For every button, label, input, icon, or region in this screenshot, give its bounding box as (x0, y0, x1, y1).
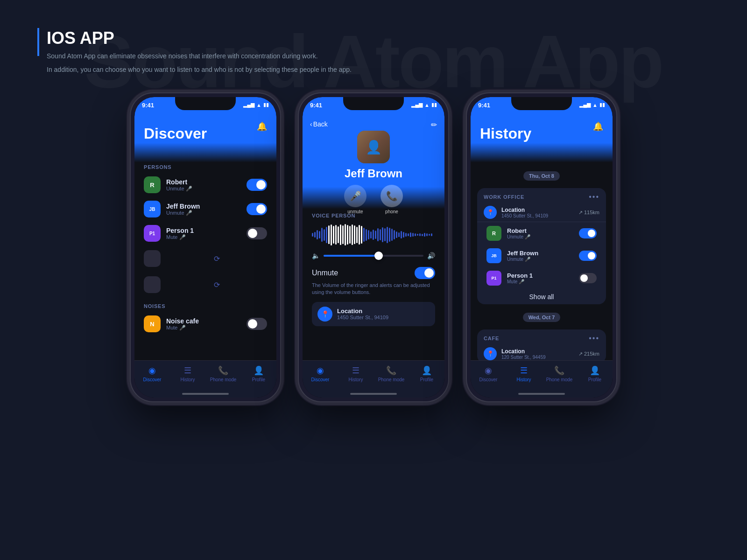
location-name: Location (501, 207, 574, 213)
waveform-bar (415, 233, 416, 236)
noise-name: Noise cafe (166, 317, 241, 325)
battery-icon: ▮▮ (431, 102, 437, 108)
tab-phone-mode[interactable]: 📞 Phone mode (205, 365, 241, 382)
tab-phone-mode[interactable]: 📞 Phone mode (542, 365, 577, 382)
phone-jeff-screen: 9:41 ▂▄▆ ▲ ▮▮ ‹ Back ✏ 👤 Jeff Brown (303, 97, 444, 398)
person-name: Person 1 (507, 272, 573, 279)
location-row[interactable]: 📍 Location 1450 Sutter St., 94109 (312, 302, 435, 326)
toggle-knob (588, 252, 595, 259)
tab-profile[interactable]: 👤 Profile (577, 365, 613, 382)
list-item[interactable]: JB Jeff Brown Unmute 🎤 (134, 197, 276, 221)
waveform-bar (394, 230, 395, 239)
more-options-icon[interactable]: ••• (589, 334, 599, 343)
waveform-bar (403, 232, 404, 238)
list-item[interactable]: P1 Person 1 Mute 🎤 (134, 221, 276, 245)
location-row[interactable]: 📍 Location 120 Sutter St., 94459 ↗ 215km (477, 344, 606, 360)
unmute-row: Unmute (312, 267, 435, 279)
waveform-bar (387, 227, 388, 243)
tab-discover[interactable]: ◉ Discover (303, 365, 338, 382)
waveform-bar (333, 226, 334, 244)
tab-profile[interactable]: 👤 Profile (241, 365, 276, 382)
waveform-bar (317, 230, 318, 239)
waveform-bar (338, 226, 339, 243)
jeff-name: Jeff Brown (303, 167, 444, 180)
person-status: Unmute 🎤 (507, 257, 573, 262)
list-icon: ☰ (184, 365, 191, 376)
person-name: Jeff Brown (507, 250, 573, 257)
location-row[interactable]: 📍 Location 1450 Sutter St., 94109 ↗ 115k… (477, 203, 606, 222)
home-indicator (350, 393, 397, 395)
list-item[interactable]: JB Jeff Brown Unmute 🎤 (477, 245, 606, 267)
location-address: 1450 Sutter St., 94109 (337, 315, 388, 320)
tab-discover[interactable]: ◉ Discover (471, 365, 506, 382)
back-button[interactable]: ‹ Back (310, 120, 328, 128)
tab-bar: ◉ Discover ☰ History 📞 Phone mode 👤 Prof… (303, 360, 444, 398)
cafe-label: CAFE (484, 336, 499, 341)
toggle-person1[interactable] (579, 273, 597, 283)
tab-discover[interactable]: ◉ Discover (134, 365, 170, 382)
loading-row: ⟳ (134, 272, 276, 298)
toggle-person1[interactable] (247, 227, 267, 239)
work-office-label: WORK OFFICE (484, 194, 524, 200)
tab-profile-label: Profile (252, 377, 265, 382)
tab-bar: ◉ Discover ☰ History 📞 Phone mode 👤 Prof… (471, 360, 613, 398)
waveform-bar (408, 233, 409, 236)
toggle-jeff[interactable] (247, 203, 267, 215)
toggle-knob (580, 274, 588, 282)
status-icons: ▂▄▆ ▲ ▮▮ (243, 102, 269, 108)
edit-icon[interactable]: ✏ (431, 120, 437, 129)
status-time: 9:41 (310, 102, 322, 109)
history-card-work: WORK OFFICE ••• 📍 Location 1450 Sutter S… (477, 188, 606, 304)
list-item[interactable]: R Robert Unmute 🎤 (477, 222, 606, 245)
noises-section-label: NOISES (134, 303, 276, 309)
voice-section: VOICE PERSON (303, 213, 444, 326)
status-time: 9:41 (142, 102, 154, 109)
phone-icon: 📞 (218, 365, 228, 376)
avatar: N (144, 315, 161, 332)
volume-slider[interactable] (324, 255, 423, 257)
tab-profile[interactable]: 👤 Profile (409, 365, 444, 382)
waveform-bar (380, 229, 381, 240)
more-options-icon[interactable]: ••• (589, 193, 599, 201)
toggle-jeff[interactable] (579, 251, 597, 261)
tab-history[interactable]: ☰ History (170, 365, 205, 382)
volume-high-icon: 🔊 (427, 252, 435, 259)
phone-history: 9:41 ▂▄▆ ▲ ▮▮ History 🔔 Thu, Oct 8 (467, 93, 616, 401)
toggle-robert[interactable] (247, 179, 267, 191)
persons-section-label: PERSONS (134, 164, 276, 170)
toggle-robert[interactable] (579, 228, 597, 238)
toggle-noise[interactable] (247, 318, 267, 330)
tab-phone-mode[interactable]: 📞 Phone mode (374, 365, 409, 382)
waveform-bar (368, 230, 369, 239)
waveform-bar (342, 225, 344, 244)
avatar: JB (486, 248, 501, 263)
waveform-bar (321, 228, 323, 242)
tab-history[interactable]: ☰ History (338, 365, 374, 382)
waveform-bar (389, 228, 390, 242)
notch (343, 97, 404, 110)
phone-action[interactable]: 📞 phone (381, 185, 403, 214)
person-status: Unmute 🎤 (166, 186, 241, 192)
waveform-bar (352, 224, 353, 245)
waveform-bar (424, 233, 425, 237)
tab-phone-label: Phone mode (378, 377, 405, 382)
list-item[interactable]: N Noise cafe Mute 🎤 (134, 312, 276, 336)
battery-icon: ▮▮ (599, 102, 605, 108)
phone-icon: 📞 (386, 365, 396, 376)
jeff-photo: 👤 (357, 131, 390, 163)
list-item[interactable]: P1 Person 1 Mute 🎤 (477, 267, 606, 289)
location-address: 1450 Sutter St., 94109 (501, 213, 574, 218)
tab-history-label: History (516, 377, 531, 382)
waveform-bar (326, 227, 327, 243)
tab-history[interactable]: ☰ History (506, 365, 542, 382)
waveform-bar (312, 233, 313, 237)
action-buttons: 🎤 unmute 📞 phone (303, 185, 444, 214)
list-item[interactable]: R Robert Unmute 🎤 (134, 173, 276, 197)
unmute-action[interactable]: 🎤 unmute (344, 185, 366, 214)
unmute-toggle[interactable] (415, 267, 435, 279)
slider-knob[interactable] (374, 252, 383, 260)
show-all-button[interactable]: Show all (477, 289, 606, 304)
wifi-icon: ▲ (256, 102, 261, 108)
volume-slider-row: 🔈 🔊 (312, 252, 435, 259)
header-section: IOS APP Sound Atom App can eliminate obs… (37, 28, 352, 75)
